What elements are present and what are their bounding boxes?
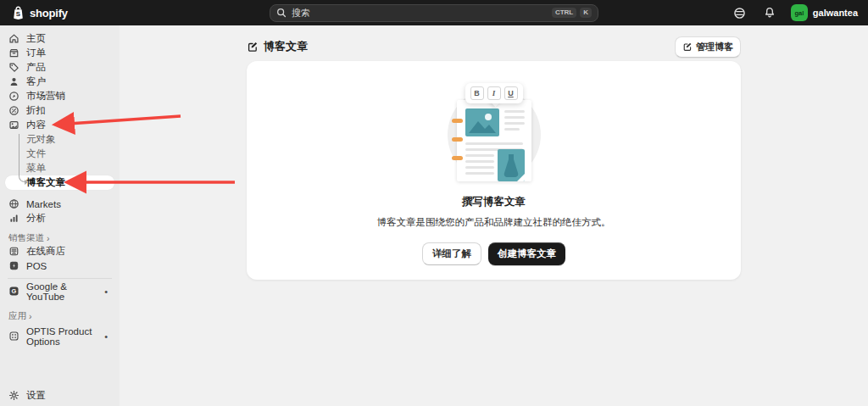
home-icon	[8, 33, 19, 44]
sidebar-item-content[interactable]: 内容	[0, 118, 120, 132]
illustration-document	[457, 100, 531, 181]
sidebar-item-markets[interactable]: Markets	[0, 197, 120, 211]
sidebar-item-label: Google & YouTube	[26, 281, 97, 302]
kbd-ctrl: CTRL	[552, 8, 576, 18]
globe-icon	[8, 198, 19, 209]
global-search[interactable]: CTRL K	[270, 4, 598, 22]
sidebar-item-analytics[interactable]: 分析	[0, 211, 120, 225]
sidebar-item-label: 市场营销	[26, 90, 65, 103]
search-icon	[276, 8, 287, 18]
notifications-button[interactable]	[761, 4, 778, 21]
app-grid-icon	[8, 331, 19, 342]
manage-blogs-button[interactable]: 管理博客	[675, 36, 741, 58]
learn-more-button[interactable]: 详细了解	[422, 242, 481, 265]
underline-icon: U	[504, 86, 518, 100]
discount-icon	[8, 105, 19, 116]
tree-connector-arrow	[25, 180, 28, 185]
orders-icon	[8, 47, 19, 58]
sales-channels-header[interactable]: 销售渠道 ›	[0, 232, 120, 244]
admin-menu-button[interactable]	[732, 4, 748, 21]
bell-icon	[764, 7, 776, 19]
section-label: 销售渠道	[8, 232, 44, 244]
binder-clip	[452, 119, 463, 123]
blog-edit-icon	[247, 41, 259, 53]
blog-illustration: B I U	[431, 83, 558, 181]
sidebar-item-customers[interactable]: 客户	[0, 75, 120, 89]
avatar: gal	[791, 4, 808, 21]
user-name: galwantea	[813, 8, 858, 18]
empty-state-description: 博客文章是围绕您的产品和品牌建立社群的绝佳方式。	[377, 216, 611, 229]
page-title: 博客文章	[247, 39, 308, 54]
sidebar-item-label: 订单	[26, 47, 46, 59]
search-shortcut: CTRL K	[552, 8, 592, 18]
sidebar-item-label: 文件	[26, 147, 46, 160]
sidebar-item-label: 产品	[26, 61, 46, 74]
circle-lines-icon	[733, 7, 746, 19]
channel-dot: •	[104, 286, 120, 297]
user-menu[interactable]: gal galwantea	[791, 4, 858, 21]
italic-icon: I	[487, 86, 501, 100]
google-letter: G	[12, 287, 17, 295]
sidebar-item-label: 客户	[26, 75, 46, 88]
sidebar-item-optis[interactable]: OPTIS Product Options •	[0, 329, 120, 343]
shopify-logo[interactable]: S shopify	[0, 6, 68, 20]
sidebar-item-marketing[interactable]: 市场营销	[0, 89, 120, 103]
chevron-right-icon: ›	[47, 233, 50, 243]
sidebar-item-label: 折扣	[26, 104, 46, 117]
person-icon	[8, 76, 19, 87]
tag-icon	[8, 62, 19, 73]
sidebar-item-home[interactable]: 主页	[0, 31, 120, 46]
shopify-bag-icon: S	[11, 6, 25, 20]
sidebar-item-label: POS	[26, 261, 47, 271]
page-title-text: 博客文章	[264, 39, 308, 54]
sidebar-item-label: 博客文章	[26, 176, 65, 189]
sidebar-item-pos[interactable]: POS	[0, 259, 120, 273]
tree-connector-line	[19, 134, 25, 182]
binder-clip	[452, 156, 463, 160]
google-icon: G	[8, 286, 19, 297]
sidebar-item-label: Markets	[26, 199, 61, 209]
sidebar-item-products[interactable]: 产品	[0, 60, 120, 75]
topbar-right: gal galwantea	[732, 4, 868, 21]
section-label: 应用	[8, 310, 26, 322]
sidebar-divider	[8, 278, 112, 279]
sidebar-item-label: 内容	[26, 119, 46, 131]
bold-icon: B	[470, 86, 484, 100]
sidebar-item-label: 设置	[26, 389, 46, 402]
empty-state-title: 撰写博客文章	[462, 195, 526, 209]
image-placeholder-icon	[465, 108, 499, 136]
main-content: 博客文章 管理博客	[120, 25, 868, 406]
pos-icon	[8, 260, 19, 271]
create-blog-post-button[interactable]: 创建博客文章	[488, 242, 565, 265]
sidebar-item-label: 菜单	[26, 162, 46, 175]
marketing-icon	[8, 91, 19, 102]
sidebar-item-google-youtube[interactable]: G Google & YouTube •	[0, 284, 120, 298]
vase-image-icon	[498, 149, 525, 181]
apps-header[interactable]: 应用 ›	[0, 310, 120, 322]
sidebar-item-label: 在线商店	[26, 245, 65, 258]
sidebar-item-label: 主页	[26, 32, 46, 45]
format-tooltip: B I U	[465, 83, 523, 103]
sidebar-item-orders[interactable]: 订单	[0, 46, 120, 60]
bar-chart-icon	[8, 213, 19, 224]
sidebar: 主页 订单 产品 客户 市场营销 折扣 内容 元对象 文件 菜单 博客文章 Ma…	[0, 25, 120, 406]
kbd-k: K	[580, 8, 592, 18]
sidebar-item-label: 分析	[26, 212, 46, 225]
sidebar-item-discounts[interactable]: 折扣	[0, 103, 120, 118]
empty-state-card: B I U 撰写博客文章 博客文章是围绕您的产品和品牌建立社群的绝佳方式。 详细…	[247, 61, 741, 280]
binder-clip	[452, 137, 463, 142]
sidebar-item-settings[interactable]: 设置	[0, 388, 120, 403]
sidebar-item-label: OPTIS Product Options	[26, 326, 97, 347]
app-dot: •	[104, 331, 120, 342]
logo-letter: S	[16, 9, 20, 17]
manage-blogs-label: 管理博客	[696, 41, 733, 53]
chevron-right-icon: ›	[29, 311, 32, 321]
logo-wordmark: shopify	[30, 7, 68, 19]
search-input[interactable]	[292, 8, 547, 18]
sidebar-item-label: 元对象	[26, 133, 56, 146]
manage-blogs-icon	[682, 42, 693, 52]
sidebar-item-online-store[interactable]: 在线商店	[0, 244, 120, 259]
content-icon	[8, 120, 19, 131]
topbar: S shopify CTRL K gal galw	[0, 0, 868, 25]
store-icon	[8, 246, 19, 257]
